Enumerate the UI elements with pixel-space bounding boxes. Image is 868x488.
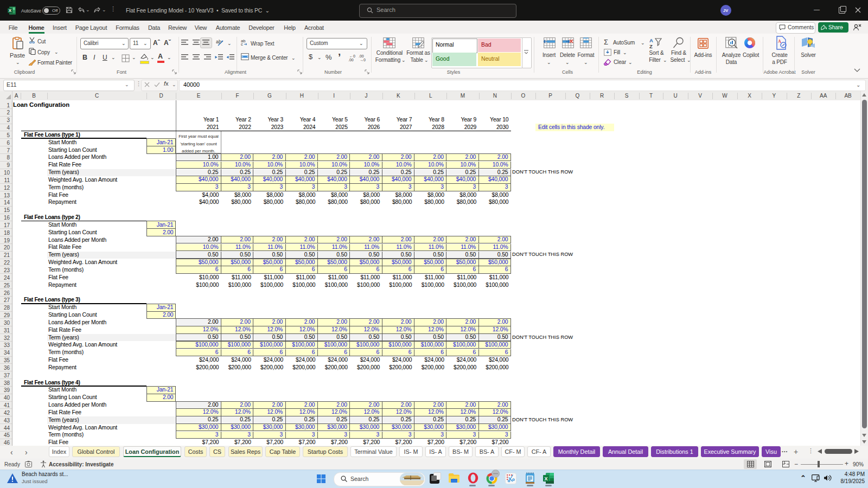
- svg-text:A: A: [649, 37, 653, 43]
- svg-text:X: X: [9, 8, 12, 13]
- svg-text:X: X: [544, 476, 547, 481]
- svg-text:.00: .00: [348, 58, 354, 61]
- svg-text:→0: →0: [360, 58, 366, 61]
- svg-text:Z: Z: [649, 43, 653, 49]
- svg-text:ab: ab: [216, 39, 221, 44]
- svg-text:←0: ←0: [349, 54, 355, 58]
- svg-text:A: A: [778, 39, 781, 44]
- svg-text:c: c: [241, 42, 243, 46]
- svg-text:.00: .00: [359, 54, 364, 58]
